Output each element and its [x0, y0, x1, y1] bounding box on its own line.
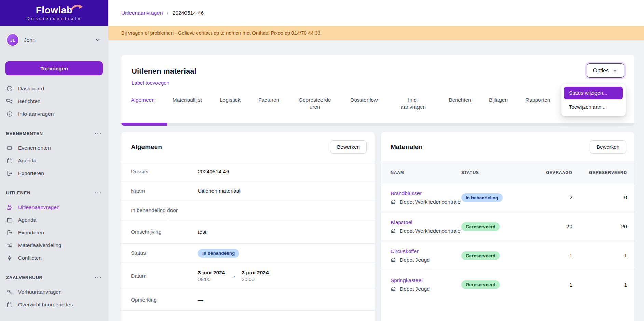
- add-label-link[interactable]: Label toevoegen: [132, 80, 169, 86]
- tab-track: [121, 123, 634, 126]
- menu-item-status-wijzigen[interactable]: Status wijzigen...: [564, 87, 623, 99]
- tab-rapporten[interactable]: Rapporten: [525, 96, 550, 103]
- sidebar-item-berichten[interactable]: Berichten: [0, 95, 108, 107]
- sidebar-item-label: Conflicten: [18, 255, 42, 261]
- field-label: Naam: [131, 188, 198, 194]
- depot-name: Depot Jeugd: [400, 257, 430, 263]
- options-button[interactable]: Opties: [587, 63, 624, 78]
- general-card: Algemeen Bewerken Dossier 20240514-46 Na…: [121, 132, 375, 321]
- gevraagd-value: 2: [524, 194, 572, 201]
- chevron-down-icon: [612, 68, 618, 73]
- sidebar-item-label: Dashboard: [18, 86, 44, 92]
- gereserveerd-value: 20: [572, 223, 627, 230]
- status-badge: In behandeling: [198, 249, 239, 258]
- chat-icon: [6, 98, 13, 105]
- sidebar-item-agenda-evenementen[interactable]: Agenda: [0, 154, 108, 167]
- tab-bijlagen[interactable]: Bijlagen: [489, 96, 508, 103]
- topbar: Uitleenaanvragen / 20240514-46: [108, 0, 644, 26]
- gevraagd-value: 20: [524, 223, 572, 230]
- depot-name: Depot Werkliedencentrale: [400, 228, 461, 234]
- tab-dossierflow[interactable]: Dossierflow: [350, 96, 378, 103]
- end-time: 20:00: [242, 276, 269, 282]
- status-badge: Gereserveerd: [461, 280, 500, 289]
- table-row: Klapstoel Depot Werkliedencentrale Geres…: [381, 212, 634, 241]
- sidebar-item-conflicten[interactable]: Conflicten: [0, 251, 108, 264]
- material-link[interactable]: Klapstoel: [390, 219, 412, 225]
- field-label: Opmerking: [131, 297, 198, 303]
- sidebar-item-agenda-uitlenen[interactable]: Agenda: [0, 214, 108, 226]
- arrow-right-icon: →: [230, 273, 236, 279]
- field-label: Datum: [131, 273, 198, 279]
- date-range: 3 juni 2024 08:00 → 3 juni 2024 20:00: [198, 269, 269, 282]
- ellipsis-icon[interactable]: ···: [95, 132, 102, 135]
- calendar-icon: [6, 217, 13, 223]
- main-area: Uitleenaanvragen / 20240514-46 Bij vrage…: [108, 0, 644, 321]
- info-icon: [6, 111, 13, 117]
- sidebar-item-evenementen[interactable]: Evenementen: [0, 142, 108, 154]
- sidebar-item-exporteren-uitlenen[interactable]: Exporteren: [0, 226, 108, 239]
- field-value: Uitlenen materiaal: [198, 188, 241, 194]
- start-time: 08:00: [198, 276, 225, 282]
- table-row: Circuskoffer Depot Jeugd Gereserveerd 1 …: [381, 241, 634, 270]
- chart-icon: [6, 242, 13, 249]
- page-title: Uitlenen materiaal: [132, 67, 624, 76]
- gereserveerd-value: 1: [572, 282, 627, 288]
- options-menu: Status wijzigen... Toewijzen aan...: [561, 84, 626, 116]
- field-row-dossier: Dossier 20240514-46: [121, 162, 375, 181]
- edit-materials-button[interactable]: Bewerken: [590, 140, 626, 154]
- material-link[interactable]: Circuskoffer: [390, 248, 419, 254]
- sidebar-item-exporteren-evenementen[interactable]: Exporteren: [0, 167, 108, 179]
- sidebar-item-materiaalverdeling[interactable]: Materiaalverdeling: [0, 239, 108, 251]
- ellipsis-icon[interactable]: ···: [95, 191, 102, 195]
- material-link[interactable]: Springkasteel: [390, 277, 423, 283]
- tab-facturen[interactable]: Facturen: [258, 96, 279, 103]
- hand-box-icon: [6, 204, 13, 211]
- breadcrumb-parent-link[interactable]: Uitleenaanvragen: [121, 10, 163, 16]
- user-menu[interactable]: JL John: [5, 33, 103, 46]
- sidebar-item-label: Overzicht huurperiodes: [18, 302, 73, 308]
- banner-text: Bij vragen of problemen - Gelieve contac…: [121, 30, 322, 36]
- field-value: test: [198, 229, 206, 235]
- tab-logistiek[interactable]: Logistiek: [220, 96, 241, 103]
- sidebar-item-overzicht-huurperiodes[interactable]: Overzicht huurperiodes: [0, 298, 108, 311]
- add-button[interactable]: Toevoegen: [5, 61, 103, 75]
- tab-materiaallijst[interactable]: Materiaallijst: [173, 96, 202, 103]
- field-row-datum: Datum 3 juni 2024 08:00 → 3 juni 2024 20…: [121, 263, 375, 289]
- depot-name: Depot Jeugd: [400, 286, 430, 292]
- sidebar-item-verhuuraanvragen[interactable]: Verhuuraanvragen: [0, 286, 108, 298]
- warehouse-icon: [390, 228, 397, 234]
- chevron-down-icon: [95, 37, 101, 43]
- tab-berichten[interactable]: Berichten: [449, 96, 471, 103]
- sidebar-section-zaalverhuur: ZAALVERHUUR ···: [6, 275, 102, 280]
- edit-general-button[interactable]: Bewerken: [330, 140, 367, 154]
- sidebar-section-evenementen: EVENEMENTEN ···: [6, 131, 102, 136]
- key-icon: [6, 289, 13, 295]
- field-row-omschrijving: Omschrijving test: [121, 220, 375, 244]
- material-link[interactable]: Brandblusser: [390, 190, 422, 196]
- ticket-icon: [6, 145, 13, 151]
- sidebar-item-uitleenaanvragen[interactable]: Uitleenaanvragen: [0, 201, 108, 214]
- sidebar-item-label: Evenementen: [18, 145, 51, 151]
- warehouse-icon: [390, 257, 397, 263]
- card-title: Algemeen: [131, 143, 162, 151]
- field-row-naam: Naam Uitlenen materiaal: [121, 181, 375, 201]
- sidebar-item-info-aanvragen[interactable]: Info-aanvragen: [0, 107, 108, 120]
- menu-item-toewijzen-aan[interactable]: Toewijzen aan...: [564, 101, 623, 113]
- sidebar-item-dashboard[interactable]: Dashboard: [0, 82, 108, 95]
- materials-table-header: NAAM STATUS GEVRAAGD GERESERVEERD: [381, 162, 634, 183]
- section-title: EVENEMENTEN: [6, 131, 43, 136]
- dossier-header-card: Uitlenen materiaal Label toevoegen Optie…: [121, 55, 634, 126]
- column-header-naam: NAAM: [390, 170, 461, 175]
- calendar-icon: [6, 301, 13, 308]
- export-icon: [6, 170, 13, 177]
- field-row-status: Status In behandeling: [121, 244, 375, 263]
- brand-header: Flowlab Dossiercentrale: [0, 0, 108, 26]
- tab-algemeen[interactable]: Algemeen: [131, 96, 155, 103]
- ellipsis-icon[interactable]: ···: [95, 276, 102, 279]
- field-row-opmerking: Opmerking —: [121, 289, 375, 311]
- field-label: Omschrijving: [131, 229, 198, 235]
- tab-gepresteerde-uren[interactable]: Gepresteerde uren: [297, 96, 332, 111]
- breadcrumb-separator: /: [167, 10, 168, 16]
- status-badge: Gereserveerd: [461, 251, 500, 260]
- tab-info-aanvragen[interactable]: Info-aanvragen: [395, 96, 431, 111]
